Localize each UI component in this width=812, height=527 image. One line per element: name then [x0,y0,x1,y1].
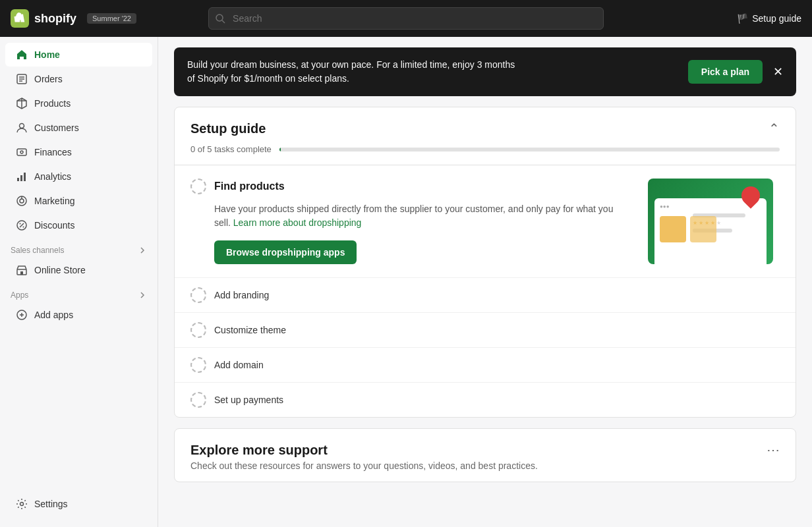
sidebar-label-analytics: Analytics [34,171,71,182]
sidebar-label-add-apps: Add apps [34,310,73,320]
logo[interactable]: shopify [11,9,76,28]
finances-icon [16,146,28,158]
task-add-branding[interactable]: Add branding [175,277,796,312]
plus-icon [16,309,28,321]
task-find-products: Find products Have your products shipped… [175,165,796,277]
sidebar-item-analytics[interactable]: Analytics [5,165,152,188]
marketing-icon [16,195,28,207]
sidebar-item-home[interactable]: Home [5,43,152,67]
sidebar-label-customers: Customers [34,123,79,133]
browse-apps-button[interactable]: Browse dropshipping apps [214,240,357,264]
search-container [208,7,604,30]
sidebar-nav: Home Orders Products [0,42,158,491]
svg-rect-23 [20,271,23,275]
apps-label: Apps [11,291,28,300]
task-circle-icon [190,179,206,194]
sidebar-item-customers[interactable]: Customers [5,116,152,140]
setup-guide-card: Setup guide ⌃ 0 of 5 tasks complete Find… [174,107,796,418]
task-title: Find products [214,180,285,192]
sidebar-item-marketing[interactable]: Marketing [5,189,152,213]
banner-close-button[interactable]: ✕ [773,66,783,78]
sidebar-label-products: Products [34,98,71,109]
task-add-domain[interactable]: Add domain [175,347,796,382]
chevron-right-icon[interactable] [138,246,147,255]
collapse-button[interactable]: ⌃ [768,121,780,136]
sidebar-label-finances: Finances [34,147,72,157]
setup-guide-button[interactable]: 🏴 Setup guide [737,13,801,24]
task-title-domain: Add domain [214,360,264,370]
task-set-up-payments[interactable]: Set up payments [175,382,796,417]
pick-a-plan-button[interactable]: Pick a plan [688,60,763,84]
sidebar-item-finances[interactable]: Finances [5,140,152,164]
setup-guide-title: Setup guide [190,121,266,136]
support-card: Explore more support ⋯ Check out these r… [174,428,796,482]
sidebar-label-marketing: Marketing [34,196,74,206]
support-subtitle: Check out these resources for answers to… [175,460,796,482]
sidebar-bottom: Settings [0,491,158,522]
banner-text: Build your dream business, at your own p… [187,58,678,86]
dropshipping-link[interactable]: Learn more about dropshipping [233,217,362,228]
progress-text: 0 of 5 tasks complete [190,144,272,154]
sidebar: Home Orders Products [0,37,158,527]
svg-point-16 [20,199,24,203]
svg-rect-14 [24,173,26,181]
topbar-right: 🏴 Setup guide [737,13,801,24]
task-title-theme: Customize theme [214,325,286,335]
main-layout: Home Orders Products [0,37,812,527]
svg-point-11 [20,151,23,153]
task-circle-payments [190,392,206,408]
task-illustration: ●●● ★ ★ ★ ★ [648,179,780,264]
search-input[interactable] [208,7,604,30]
sidebar-item-products[interactable]: Products [5,92,152,115]
svg-rect-10 [17,149,26,155]
main-content: Build your dream business, at your own p… [158,37,812,527]
sidebar-item-add-apps[interactable]: Add apps [5,303,152,327]
version-badge: Summer '22 [87,13,136,24]
analytics-icon [16,171,28,182]
progress-bar-fill [279,148,281,152]
sidebar-item-discounts[interactable]: Discounts [5,213,152,237]
customers-icon [16,122,28,134]
sidebar-label-orders: Orders [34,74,63,84]
support-card-title: Explore more support [190,443,328,458]
task-header: Find products [190,179,632,194]
svg-point-27 [20,503,24,506]
progress-row: 0 of 5 tasks complete [175,144,796,165]
sidebar-label-online-store: Online Store [34,265,86,275]
task-circle-theme [190,322,206,338]
task-title-payments: Set up payments [214,395,283,405]
apps-section: Apps [0,283,158,302]
sales-channels-section: Sales channels [0,238,158,258]
sidebar-label-settings: Settings [34,499,68,509]
search-icon [215,13,225,24]
illustration-graphic: ●●● ★ ★ ★ ★ [648,179,773,264]
apps-chevron-icon[interactable] [138,291,147,300]
svg-point-9 [20,124,24,128]
home-icon [16,49,28,61]
svg-point-21 [23,227,24,228]
task-customize-theme[interactable]: Customize theme [175,312,796,347]
svg-point-20 [20,223,21,225]
task-circle-branding [190,287,206,303]
task-title-branding: Add branding [214,290,269,300]
promo-banner: Build your dream business, at your own p… [174,47,796,96]
progress-bar [279,148,780,152]
svg-rect-13 [20,175,22,181]
setup-guide-header: Setup guide ⌃ [175,107,796,144]
sidebar-item-settings[interactable]: Settings [5,492,152,516]
orders-icon [16,73,28,85]
svg-point-1 [216,14,223,21]
flag-icon: 🏴 [737,13,748,24]
sidebar-item-online-store[interactable]: Online Store [5,258,152,282]
logo-text: shopify [34,12,76,26]
support-more-button[interactable]: ⋯ [767,442,780,458]
settings-icon [16,498,28,510]
sidebar-item-orders[interactable]: Orders [5,67,152,91]
sidebar-label-home: Home [34,49,60,60]
shopify-logo-icon [11,9,29,28]
sales-channels-label: Sales channels [11,246,64,255]
topbar: shopify Summer '22 🏴 Setup guide [0,0,812,37]
sidebar-label-discounts: Discounts [34,220,74,231]
task-content: Find products Have your products shipped… [190,179,632,264]
svg-line-2 [222,20,225,23]
